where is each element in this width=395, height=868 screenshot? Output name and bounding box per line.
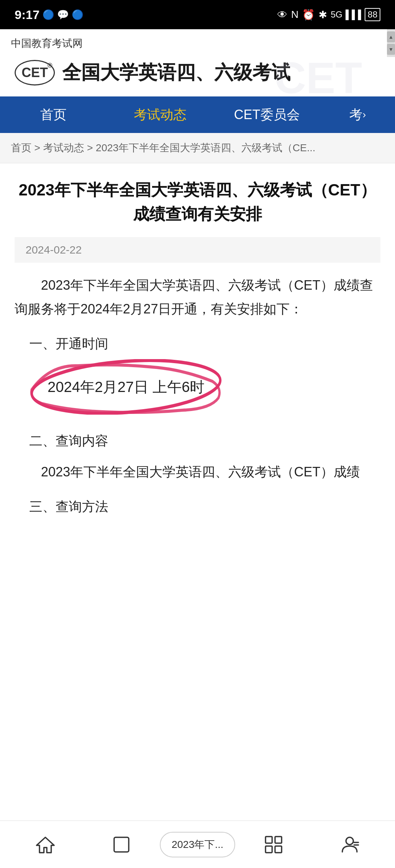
bluetooth-icon: ✱ — [319, 9, 327, 21]
app-icon: 🔵 — [72, 9, 83, 20]
logo-area: CET 全国大学英语四、六级考试 CET — [11, 56, 384, 93]
section-2-content: 2023年下半年全国大学英语四、六级考试（CET）成绩 — [15, 460, 380, 484]
scroll-indicator[interactable]: ▲ ▼ — [387, 29, 395, 57]
eye-icon: 👁 — [277, 9, 287, 21]
status-time: 9:17 — [15, 8, 40, 22]
cet-logo: CET — [15, 60, 55, 85]
nav-home-btn[interactable] — [7, 821, 83, 868]
battery-icon: 88 — [365, 8, 380, 21]
svg-rect-5 — [266, 846, 272, 853]
logo-title: 全国大学英语四、六级考试 — [62, 60, 290, 85]
highlighted-date: 2024年2月27日 上午6时 — [37, 366, 215, 407]
nav-bar: 首页 考试动态 CET委员会 考› — [0, 96, 395, 133]
tab-label[interactable]: 2023年下... — [160, 832, 235, 857]
cet-logo-text: CET — [22, 65, 48, 80]
section-2-heading: 二、查询内容 — [29, 429, 380, 453]
article-title: 2023年下半年全国大学英语四、六级考试（CET）成绩查询有关安排 — [15, 178, 380, 226]
section-1-heading: 一、开通时间 — [29, 332, 380, 356]
nav-back-btn[interactable] — [83, 821, 159, 868]
svg-rect-6 — [275, 846, 282, 853]
svg-rect-3 — [266, 837, 272, 843]
svg-marker-1 — [37, 837, 54, 853]
main-content: 2023年下半年全国大学英语四、六级考试（CET）成绩查询有关安排 2024-0… — [0, 163, 395, 548]
site-header: 中国教育考试网 CET 全国大学英语四、六级考试 CET — [0, 29, 395, 96]
scroll-down-btn[interactable]: ▼ — [387, 44, 395, 55]
nav-exam-dynamics[interactable]: 考试动态 — [107, 96, 214, 133]
apps-icon — [264, 835, 283, 854]
home-icon — [36, 835, 55, 854]
svg-rect-2 — [114, 837, 129, 852]
signal-icon: 5G▐▐▐ — [331, 9, 361, 20]
nav-more[interactable]: 考› — [320, 96, 395, 133]
status-bar: 9:17 🔵 💬 🔵 👁 N ⏰ ✱ 5G▐▐▐ 88 — [0, 0, 395, 29]
article-title-text: 2023年下半年全国大学英语四、六级考试（CET）成绩查询有关安排 — [19, 181, 376, 223]
highlighted-date-text: 2024年2月27日 上午6时 — [37, 366, 215, 407]
notification-icon: 🔵 — [42, 9, 54, 20]
scroll-up-btn[interactable]: ▲ — [387, 31, 395, 42]
nav-apps-btn[interactable] — [236, 821, 312, 868]
bottom-nav: 2023年下... — [0, 821, 395, 868]
nav-tab-btn[interactable]: 2023年下... — [159, 821, 236, 868]
nav-cet-committee[interactable]: CET委员会 — [214, 96, 320, 133]
svg-rect-4 — [275, 837, 282, 843]
svg-point-7 — [346, 837, 353, 845]
article-date: 2024-02-22 — [15, 237, 380, 263]
wechat-icon: 💬 — [57, 9, 69, 20]
breadcrumb: 首页 > 考试动态 > 2023年下半年全国大学英语四、六级考试（CE... — [0, 133, 395, 163]
profile-icon — [340, 835, 359, 854]
section-3-heading: 三、查询方法 — [29, 495, 380, 519]
breadcrumb-text: 首页 > 考试动态 > 2023年下半年全国大学英语四、六级考试（CE... — [11, 142, 315, 153]
alarm-icon: ⏰ — [302, 9, 315, 21]
site-name: 中国教育考试网 — [11, 37, 384, 50]
status-icons: 👁 N ⏰ ✱ 5G▐▐▐ 88 — [277, 8, 380, 21]
status-left: 9:17 🔵 💬 🔵 — [15, 8, 83, 22]
nfc-icon: N — [291, 9, 298, 20]
nav-home[interactable]: 首页 — [0, 96, 107, 133]
nav-profile-btn[interactable] — [312, 821, 388, 868]
back-icon — [112, 835, 131, 854]
article-body: 2023年下半年全国大学英语四、六级考试（CET）成绩查询服务将于2024年2月… — [15, 274, 380, 519]
article-intro: 2023年下半年全国大学英语四、六级考试（CET）成绩查询服务将于2024年2月… — [15, 274, 380, 321]
